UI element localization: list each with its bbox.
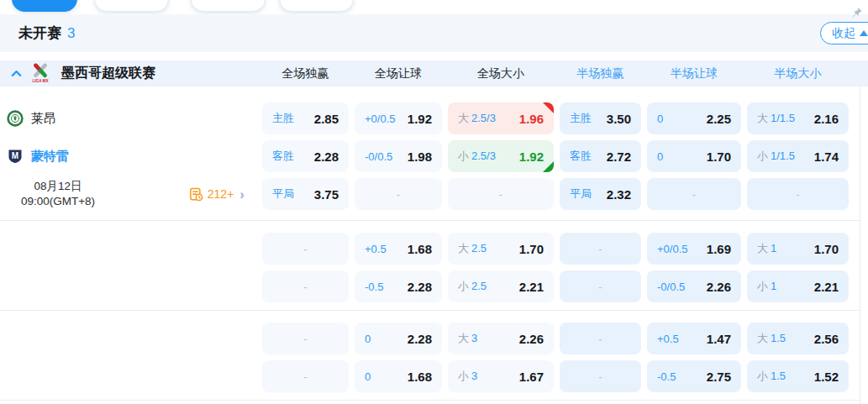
odds-cell[interactable]: 大1/1.52.16: [747, 102, 849, 134]
odds-cell[interactable]: 大2.51.70: [448, 233, 554, 265]
match-date: 08月12日: [0, 179, 116, 194]
team-name-home: 莱昂: [31, 111, 56, 127]
odds-value: 2.26: [707, 280, 731, 294]
match-time: 09:00(GMT+8): [0, 194, 116, 209]
odds-cell[interactable]: 小31.67: [448, 360, 554, 392]
empty-dash: -: [303, 333, 307, 345]
line-prefix: 小: [458, 370, 469, 382]
odds-cell[interactable]: 小2.52.21: [448, 270, 554, 302]
team-row-home[interactable]: 莱昂: [0, 102, 256, 134]
tab-2[interactable]: [94, 0, 169, 12]
empty-dash: -: [303, 281, 307, 293]
odds-cell[interactable]: 大1.52.56: [747, 323, 849, 354]
odds-cell[interactable]: 大32.26: [448, 323, 554, 354]
odds-value: 1.52: [814, 370, 839, 384]
right-divider: [860, 87, 860, 404]
odds-cell[interactable]: 客胜2.28: [262, 140, 349, 172]
column-header-5: 半场让球: [647, 66, 741, 81]
odds-cell[interactable]: -0.52.28: [355, 270, 442, 302]
markets-list-clock-icon: [189, 187, 203, 202]
team-row-away[interactable]: M蒙特雷: [0, 140, 256, 172]
empty-dash: -: [499, 188, 502, 201]
line-prefix: 小: [757, 370, 768, 382]
line-prefix: 小: [757, 150, 768, 162]
odds-label: +0/0.5: [365, 113, 396, 125]
odds-cell[interactable]: +0.51.68: [355, 233, 442, 265]
odds-value: 1.70: [519, 242, 544, 256]
odds-cell[interactable]: 02.25: [647, 102, 741, 134]
odds-value: 2.32: [607, 187, 631, 202]
odds-value: 2.72: [607, 150, 631, 164]
odds-value: 2.26: [519, 332, 544, 346]
odds-cell[interactable]: +0.51.47: [647, 323, 741, 354]
empty-dash: -: [598, 370, 602, 383]
odds-cell[interactable]: 02.28: [355, 323, 442, 354]
odds-label: 大1.5: [757, 331, 786, 346]
empty-dash: -: [598, 281, 602, 293]
empty-dash: -: [397, 188, 400, 201]
odds-cell[interactable]: -0/0.52.26: [647, 270, 741, 302]
svg-text:M: M: [12, 151, 18, 160]
odds-value: 2.21: [814, 280, 839, 294]
odds-cell[interactable]: 小1.51.52: [747, 360, 849, 392]
league-name: 墨西哥超级联赛: [61, 65, 155, 82]
empty-dash: -: [598, 243, 602, 255]
empty-dash: -: [692, 188, 696, 201]
odds-label: -0/0.5: [365, 150, 392, 163]
collapse-arrow-icon: [860, 30, 868, 36]
chevron-up-icon[interactable]: [10, 67, 23, 80]
odds-label: 主胜: [272, 111, 294, 126]
tab-4[interactable]: [279, 0, 354, 12]
odds-value: 1.70: [707, 150, 731, 164]
odds-cell[interactable]: -0.52.75: [647, 360, 741, 392]
odds-label: 客胜: [272, 149, 294, 164]
svg-text:LIGA MX: LIGA MX: [33, 79, 50, 83]
odds-cell[interactable]: 01.70: [647, 140, 741, 172]
odds-label: 小2.5: [458, 279, 487, 294]
league-header: LIGA MX 墨西哥超级联赛 全场独赢全场让球全场大小半场独赢半场让球半场大小: [0, 60, 868, 87]
odds-cell[interactable]: 小2.5/31.92: [448, 140, 554, 172]
odds-label: -0/0.5: [657, 281, 685, 293]
odds-cell[interactable]: +0/0.51.69: [647, 233, 741, 265]
odds-cell[interactable]: 01.68: [355, 360, 442, 392]
odds-label: +0.5: [365, 243, 387, 255]
odds-value: 2.16: [814, 112, 839, 126]
odds-label: 0: [365, 333, 371, 345]
info-spacer: [0, 360, 256, 392]
section-header: 未开赛 3 收起: [0, 14, 868, 52]
pin-icon[interactable]: [851, 7, 863, 22]
odds-cell-empty: -: [355, 178, 442, 210]
odds-cell[interactable]: 平局2.32: [560, 178, 641, 210]
more-markets-link[interactable]: 212+›: [189, 187, 245, 202]
odds-cell[interactable]: 小12.21: [747, 270, 849, 302]
odds-cell[interactable]: 大11.70: [747, 233, 849, 265]
column-header-1: 全场独赢: [262, 66, 349, 81]
odds-value: 2.28: [408, 280, 432, 294]
line-prefix: 大: [458, 242, 469, 254]
league-info[interactable]: LIGA MX 墨西哥超级联赛: [0, 63, 256, 84]
odds-table: 莱昂主胜2.85+0/0.51.92大2.5/31.96主胜3.5002.25大…: [0, 87, 860, 401]
section-title: 未开赛: [18, 24, 61, 43]
odds-label: 小1: [757, 279, 776, 294]
odds-cell[interactable]: 主胜3.50: [560, 102, 641, 134]
odds-value: 2.21: [519, 280, 544, 294]
tab-1[interactable]: [12, 0, 77, 12]
tab-3[interactable]: [191, 0, 266, 12]
odds-cell[interactable]: +0/0.51.92: [355, 102, 442, 134]
odds-cell[interactable]: -0/0.51.98: [355, 140, 442, 172]
odds-cell[interactable]: 主胜2.85: [262, 102, 349, 134]
odds-cell[interactable]: 大2.5/31.96: [448, 102, 554, 134]
odds-cell[interactable]: 平局3.75: [262, 178, 349, 210]
odds-label: 客胜: [570, 149, 592, 164]
markets-count: 212+: [208, 187, 234, 201]
collapse-button[interactable]: 收起: [820, 22, 868, 45]
odds-cell[interactable]: 小1/1.51.74: [747, 140, 849, 172]
odds-cell-empty: -: [560, 270, 641, 302]
odds-value: 1.67: [519, 370, 544, 384]
odds-cell[interactable]: 客胜2.72: [560, 140, 641, 172]
info-spacer: [0, 323, 256, 354]
odds-label: 0: [657, 113, 663, 125]
column-header-2: 全场让球: [355, 66, 442, 81]
odds-value: 1.98: [408, 150, 432, 164]
odds-row: 08月12日09:00(GMT+8)212+›平局3.75--平局2.32--: [0, 178, 860, 210]
